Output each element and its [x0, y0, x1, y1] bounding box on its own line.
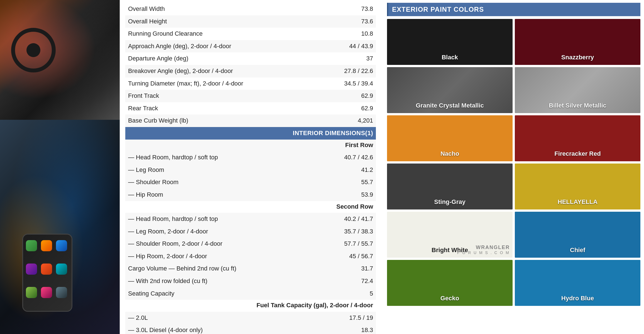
paint-swatch-gecko: Gecko	[387, 260, 513, 306]
paint-swatch-hellayella: HELLAYELLA	[515, 164, 640, 209]
paint-color-label: Firecracker Red	[554, 150, 601, 157]
spec-label: Cargo Volume — Behind 2nd row (cu ft)	[125, 262, 320, 275]
spec-value: 34.5 / 39.4	[320, 77, 376, 90]
spec-value: 45 / 56.7	[320, 250, 376, 263]
paint-swatch-black: Black	[387, 19, 513, 65]
app-icon-6	[56, 264, 67, 275]
subsection-header: First Row	[125, 140, 376, 152]
app-icon-2	[41, 240, 52, 251]
spec-value: 40.7 / 42.6	[320, 151, 376, 164]
paint-color-label: Granite Crystal Metallic	[416, 102, 484, 109]
spec-label: Approach Angle (deg), 2-door / 4-door	[125, 40, 320, 53]
spec-label: Front Track	[125, 90, 320, 102]
spec-label: — 2.0L	[125, 312, 320, 324]
app-icon-8	[41, 287, 52, 298]
spec-label: — Head Room, hardtop / soft top	[125, 151, 320, 164]
spec-value: 41.2	[320, 164, 376, 176]
paint-color-label: Chief	[570, 247, 585, 254]
paint-swatch-firecracker-red: Firecracker Red	[515, 115, 640, 161]
spec-value: 73.6	[320, 15, 376, 28]
interior-bottom-image	[0, 120, 120, 334]
steering-wheel	[11, 28, 56, 72]
paint-swatch-billet-silver-metallic: Billet Silver Metallic	[515, 67, 640, 113]
paint-swatch-chief: Chief	[515, 212, 640, 258]
spec-value: 5	[320, 287, 376, 300]
paint-color-label: Gecko	[440, 295, 459, 302]
paint-color-label: Black	[442, 54, 458, 61]
spec-value: 17.5 / 19	[320, 312, 376, 324]
spec-label: Overall Height	[125, 15, 320, 28]
spec-value: 73.8	[320, 3, 376, 15]
spec-value: 55.7	[320, 176, 376, 189]
wrangler-watermark: WRANGLER F O R U M S . C O M	[457, 245, 510, 255]
app-icon-7	[26, 287, 37, 298]
spec-value: 31.7	[320, 262, 376, 275]
watermark-line2: F O R U M S . C O M	[457, 250, 510, 255]
paint-swatch-snazzberry: Snazzberry	[515, 19, 640, 65]
spec-label: — Shoulder Room	[125, 176, 320, 189]
spec-label: Breakover Angle (deg), 2-door / 4-door	[125, 65, 320, 77]
paint-color-label: Snazzberry	[561, 54, 594, 61]
spec-value: 10.8	[320, 28, 376, 40]
paint-swatch-bright-white: Bright White WRANGLER F O R U M S . C O …	[387, 212, 513, 258]
paint-swatch-nacho: Nacho	[387, 115, 513, 161]
spec-label: Running Ground Clearance	[125, 28, 320, 40]
specs-panel: Overall Width73.8Overall Height73.6Runni…	[120, 0, 381, 334]
spec-label: Departure Angle (deg)	[125, 52, 320, 65]
spec-label: Turning Diameter (max; ft), 2-door / 4-d…	[125, 77, 320, 90]
paint-swatch-sting-gray: Sting-Gray	[387, 164, 513, 209]
subsection-header: Fuel Tank Capacity (gal), 2-door / 4-doo…	[125, 300, 376, 312]
paint-color-label: Billet Silver Metallic	[549, 102, 606, 109]
spec-value: 35.7 / 38.3	[320, 225, 376, 238]
spec-value: 18.3	[320, 324, 376, 334]
app-icon-1	[26, 240, 37, 251]
spec-value: 40.2 / 41.7	[320, 213, 376, 225]
paint-color-label: Sting-Gray	[434, 198, 465, 206]
spec-label: — Head Room, hardtop / soft top	[125, 213, 320, 225]
app-icon-3	[56, 240, 67, 251]
spec-label: — 3.0L Diesel (4-door only)	[125, 324, 320, 334]
spec-value: 27.8 / 22.6	[320, 65, 376, 77]
interior-dimensions-header: INTERIOR DIMENSIONS(1)	[125, 127, 376, 140]
specs-table: Overall Width73.8Overall Height73.6Runni…	[125, 3, 376, 334]
spec-value: 53.9	[320, 189, 376, 201]
left-image-panel	[0, 0, 120, 334]
app-icon-9	[56, 287, 67, 298]
spec-label: Seating Capacity	[125, 287, 320, 300]
spec-label: — Hip Room	[125, 189, 320, 201]
spec-label: — Leg Room	[125, 164, 320, 176]
spec-value: 72.4	[320, 275, 376, 287]
app-icon-4	[26, 264, 37, 275]
subsection-header: Second Row	[125, 201, 376, 213]
paint-color-label: Hydro Blue	[561, 295, 594, 302]
paint-color-label: HELLAYELLA	[558, 198, 598, 206]
paint-color-grid: BlackSnazzberryGranite Crystal MetallicB…	[387, 19, 640, 306]
paint-swatch-hydro-blue: Hydro Blue	[515, 260, 640, 306]
paint-section-header: EXTERIOR PAINT COLORS	[387, 3, 640, 16]
spec-label: — Shoulder Room, 2-door / 4-door	[125, 238, 320, 250]
spec-label: Overall Width	[125, 3, 320, 15]
spec-label: — Leg Room, 2-door / 4-door	[125, 225, 320, 238]
spec-value: 62.9	[320, 90, 376, 102]
spec-value: 4,201	[320, 114, 376, 127]
watermark-line1: WRANGLER	[457, 245, 510, 250]
spec-value: 37	[320, 52, 376, 65]
spec-label: Base Curb Weight (lb)	[125, 114, 320, 127]
spec-label: — Hip Room, 2-door / 4-door	[125, 250, 320, 263]
spec-value: 62.9	[320, 102, 376, 115]
paint-panel: EXTERIOR PAINT COLORS BlackSnazzberryGra…	[381, 0, 644, 334]
paint-color-label: Nacho	[440, 150, 459, 157]
paint-swatch-granite-crystal-metallic: Granite Crystal Metallic	[387, 67, 513, 113]
app-icon-5	[41, 264, 52, 275]
spec-value: 44 / 43.9	[320, 40, 376, 53]
spec-value: 57.7 / 55.7	[320, 238, 376, 250]
spec-label: Rear Track	[125, 102, 320, 115]
interior-top-image	[0, 0, 120, 120]
spec-label: — With 2nd row folded (cu ft)	[125, 275, 320, 287]
phone-carplay	[22, 234, 72, 312]
